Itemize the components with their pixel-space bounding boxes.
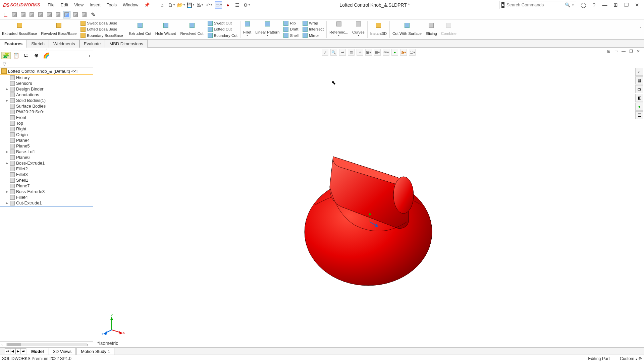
rail-resources-icon[interactable]: ⌂ (635, 68, 643, 76)
help-icon[interactable]: ? (590, 2, 598, 8)
options-list-icon[interactable]: ☰ (233, 1, 241, 9)
save-icon[interactable]: 💾 (186, 1, 194, 9)
apply-scene-icon[interactable]: ◑▾ (400, 49, 407, 56)
restore-icon[interactable]: ❐ (623, 2, 630, 8)
tree-item[interactable]: Fillet2 (0, 166, 93, 172)
display-style-icon[interactable]: ▦▾ (374, 49, 381, 56)
tab-model[interactable]: Model (27, 348, 48, 355)
graphics-viewport[interactable]: ⤢ 🔍 ↩ ▥ ✧ ▣▾ ▦▾ 👁▾ ● ◑▾ 🖵▾ ⊞ ▭ — ❐ ✕ (93, 48, 644, 347)
cut-with-surface-button[interactable]: Cut With Surface (390, 19, 424, 39)
view-left-icon[interactable] (28, 11, 36, 18)
close-icon[interactable]: ✕ (633, 2, 641, 8)
tree-item[interactable]: ▸Boss-Extrude1 (0, 160, 93, 166)
tree-item[interactable]: Annotations (0, 92, 93, 98)
settings-gear-icon[interactable]: ⚙ (243, 1, 250, 9)
rail-appearances-icon[interactable]: ● (635, 103, 643, 111)
lofted-cut-button[interactable]: Lofted Cut (208, 27, 237, 32)
status-extra-icon[interactable]: ⊚ (638, 356, 642, 361)
tile-icon[interactable]: ⊞ (612, 2, 619, 8)
menu-pin-icon[interactable]: 📌 (142, 1, 152, 9)
view-iso-icon[interactable] (63, 11, 70, 18)
linear-pattern-button[interactable]: Linear Pattern▾ (253, 19, 281, 39)
user-account-icon[interactable]: ◯ (580, 2, 587, 8)
curves-button[interactable]: Curves▾ (350, 19, 366, 39)
tab-3d-views[interactable]: 3D Views (49, 348, 76, 355)
view-normal-icon[interactable]: ✎ (89, 11, 97, 18)
search-commands[interactable]: ▶ 🔍 ▾ (499, 1, 576, 9)
tab-features[interactable]: Features (0, 40, 27, 48)
tree-item[interactable]: ▸Cut-Extrude1 (0, 200, 93, 206)
tree-tab-dimxpert-icon[interactable]: ⊕ (32, 52, 41, 59)
vp-close-icon[interactable]: ✕ (635, 49, 641, 55)
status-units[interactable]: Custom (620, 356, 634, 361)
tab-sketch[interactable]: Sketch (27, 40, 49, 48)
search-icon[interactable]: 🔍 (565, 2, 570, 7)
search-dropdown-icon[interactable]: ▾ (572, 3, 574, 7)
menu-insert[interactable]: Insert (87, 1, 103, 9)
tree-tab-config-icon[interactable]: 🗂 (21, 52, 31, 59)
tab-evaluate[interactable]: Evaluate (79, 40, 105, 48)
tree-item[interactable]: Origin (0, 132, 93, 137)
boundary-boss-button[interactable]: Boundary Boss/Base (80, 33, 123, 38)
tree-item[interactable]: ▸Solid Bodies(1) (0, 98, 93, 103)
vp-new-window-icon[interactable]: ⊞ (606, 49, 612, 55)
swept-cut-button[interactable]: Swept Cut (208, 21, 237, 26)
view-front-icon[interactable] (11, 11, 18, 18)
tree-item[interactable]: Shell1 (0, 177, 93, 183)
hide-show-icon[interactable]: 👁▾ (383, 49, 389, 56)
tree-item[interactable]: Fillet3 (0, 172, 93, 177)
extruded-cut-button[interactable]: Extruded Cut (127, 19, 153, 39)
boundary-cut-button[interactable]: Boundary Cut (208, 33, 237, 38)
tree-filter-icon[interactable]: ▽ (0, 60, 93, 68)
view-back-icon[interactable] (19, 11, 27, 18)
tree-item[interactable]: Sensors (0, 80, 93, 86)
wrap-button[interactable]: Wrap (303, 21, 324, 26)
shell-button[interactable]: Shell (283, 33, 299, 38)
home-icon[interactable]: ⌂ (158, 1, 166, 9)
menu-tools[interactable]: Tools (104, 1, 119, 9)
tree-item[interactable]: Surface Bodies (0, 103, 93, 109)
vp-restore-icon[interactable]: ❐ (628, 49, 634, 55)
rail-design-library-icon[interactable]: ▦ (635, 76, 643, 84)
edit-appearance-icon[interactable]: ● (391, 49, 398, 56)
hole-wizard-button[interactable]: Hole Wizard (153, 19, 178, 39)
tree-item[interactable]: PW20:29:Sc0: (0, 109, 93, 115)
tree-root-item[interactable]: Lofted Control Knob_& (Default) <<I (0, 68, 93, 75)
rebuild-icon[interactable]: ● (224, 1, 231, 9)
tree-item[interactable]: ▸Base-Loft (0, 149, 93, 155)
panel-drag-handle[interactable]: ◦ (0, 48, 93, 51)
feature-tree-list[interactable]: HistorySensors▸Design BinderAnnotations▸… (0, 75, 93, 341)
tab-mbd[interactable]: MBD Dimensions (105, 40, 147, 48)
tree-item[interactable]: Plane6 (0, 155, 93, 160)
view-bottom-icon[interactable] (54, 11, 62, 18)
rail-file-explorer-icon[interactable]: 🗀 (635, 85, 643, 93)
select-icon[interactable]: ▭ (215, 1, 222, 9)
extruded-boss-button[interactable]: Extruded Boss/Base (0, 19, 39, 39)
tree-item[interactable]: History (0, 75, 93, 80)
tree-item[interactable]: Right (0, 126, 93, 132)
tree-tab-property-icon[interactable]: 📋 (11, 52, 21, 59)
new-doc-icon[interactable]: 🗋 (168, 1, 175, 9)
units-dropdown-icon[interactable]: ▴ (636, 357, 637, 361)
ribbon-collapse-icon[interactable]: ˆ (640, 27, 641, 32)
rib-button[interactable]: Rib (283, 21, 299, 26)
view-right-icon[interactable] (37, 11, 44, 18)
menu-edit[interactable]: Edit (58, 1, 71, 9)
tree-item[interactable]: ▸Boss-Extrude3 (0, 189, 93, 194)
menu-file[interactable]: File (45, 1, 57, 9)
tab-motion-study[interactable]: Motion Study 1 (76, 348, 114, 355)
tree-item[interactable]: Plane5 (0, 143, 93, 149)
prev-view-icon[interactable]: ↩ (339, 49, 346, 56)
tree-item[interactable]: Plane7 (0, 183, 93, 189)
tree-item[interactable]: Front (0, 115, 93, 120)
tree-item[interactable]: Top (0, 120, 93, 126)
swept-boss-button[interactable]: Swept Boss/Base (80, 21, 123, 26)
rail-custom-props-icon[interactable]: ☰ (635, 111, 643, 119)
draft-button[interactable]: Draft (283, 27, 299, 32)
reference-geom-button[interactable]: Referenc...▾ (327, 19, 350, 39)
undo-icon[interactable]: ↶ (205, 1, 213, 9)
view-trimetric-icon[interactable] (72, 11, 79, 18)
tree-tabs-expand-icon[interactable]: › (89, 53, 90, 58)
mirror-button[interactable]: Mirror (303, 33, 324, 38)
zoom-fit-icon[interactable]: ⤢ (322, 49, 328, 56)
